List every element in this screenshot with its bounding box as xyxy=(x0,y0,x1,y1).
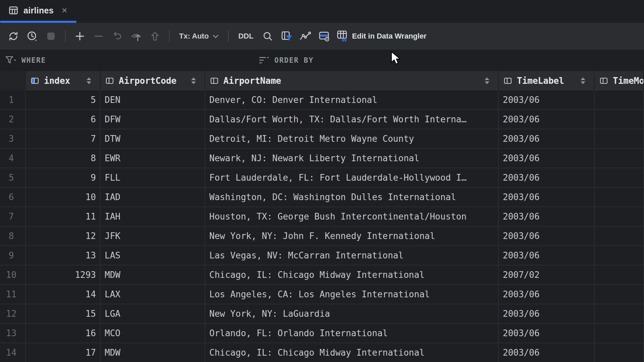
data-views-button[interactable] xyxy=(315,27,333,46)
chart-button[interactable] xyxy=(296,27,315,46)
cell-index[interactable]: 11 xyxy=(26,207,101,227)
cell-timelabel[interactable]: 2003/06 xyxy=(499,304,595,324)
cell-index[interactable]: 7 xyxy=(26,129,101,149)
row-number[interactable]: 1 xyxy=(0,90,26,110)
column-header-index[interactable]: index xyxy=(26,71,101,90)
delete-row-button[interactable] xyxy=(89,27,108,46)
cell-timemonth[interactable] xyxy=(595,343,644,362)
cell-timemonth[interactable] xyxy=(595,168,644,188)
cell-airportcode[interactable]: FLL xyxy=(101,168,205,188)
cell-timelabel[interactable]: 2003/06 xyxy=(499,246,595,265)
row-number[interactable]: 11 xyxy=(0,285,26,304)
row-number[interactable]: 14 xyxy=(0,343,26,362)
cell-airportcode[interactable]: MDW xyxy=(101,343,205,362)
cell-airportname[interactable]: Newark, NJ: Newark Liberty International xyxy=(205,149,499,168)
cell-airportcode[interactable]: DEN xyxy=(101,90,205,110)
cell-timemonth[interactable] xyxy=(595,304,644,324)
data-wrangler-button[interactable]: W Edit in Data Wrangler xyxy=(333,29,429,43)
cell-timelabel[interactable]: 2003/06 xyxy=(499,149,595,168)
cell-timelabel[interactable]: 2007/02 xyxy=(499,265,595,285)
row-number[interactable]: 3 xyxy=(0,129,26,149)
stop-button[interactable] xyxy=(42,27,60,46)
column-header-airportname[interactable]: AirportName xyxy=(205,71,499,90)
cell-timemonth[interactable] xyxy=(595,188,644,207)
cell-timemonth[interactable] xyxy=(595,246,644,265)
cell-airportname[interactable]: Los Angeles, CA: Los Angeles Internation… xyxy=(205,285,499,304)
ddl-button[interactable]: DDL xyxy=(233,32,258,41)
preview-changes-button[interactable] xyxy=(127,27,146,46)
cell-airportname[interactable]: Las Vegas, NV: McCarran International xyxy=(205,246,499,265)
order-by-field[interactable]: ORDER BY xyxy=(259,50,314,71)
cell-index[interactable]: 6 xyxy=(26,110,101,129)
cell-airportname[interactable]: Dallas/Fort Worth, TX: Dallas/Fort Worth… xyxy=(205,110,499,129)
cell-timemonth[interactable] xyxy=(595,265,644,285)
cell-timemonth[interactable] xyxy=(595,110,644,129)
submit-button[interactable] xyxy=(146,27,164,46)
cell-timemonth[interactable] xyxy=(595,227,644,246)
cell-airportcode[interactable]: IAH xyxy=(101,207,205,227)
cell-airportcode[interactable]: IAD xyxy=(101,188,205,207)
undo-button[interactable] xyxy=(108,27,127,46)
cell-timelabel[interactable]: 2003/06 xyxy=(499,188,595,207)
column-header-timelabel[interactable]: TimeLabel xyxy=(499,71,595,90)
cell-airportname[interactable]: Denver, CO: Denver International xyxy=(205,90,499,110)
cell-index[interactable]: 13 xyxy=(26,246,101,265)
cell-timelabel[interactable]: 2003/06 xyxy=(499,343,595,362)
cell-airportcode[interactable]: JFK xyxy=(101,227,205,246)
cell-timelabel[interactable]: 2003/06 xyxy=(499,90,595,110)
cell-timelabel[interactable]: 2003/06 xyxy=(499,285,595,304)
column-header-airportcode[interactable]: AirportCode xyxy=(101,71,205,90)
cell-index[interactable]: 10 xyxy=(26,188,101,207)
row-number[interactable]: 5 xyxy=(0,168,26,188)
reload-button[interactable] xyxy=(4,27,23,46)
tab-airlines[interactable]: airlines × xyxy=(0,0,75,21)
add-row-button[interactable] xyxy=(70,27,89,46)
row-number[interactable]: 2 xyxy=(0,110,26,129)
cell-index[interactable]: 16 xyxy=(26,324,101,343)
cell-index[interactable]: 1293 xyxy=(26,265,101,285)
cell-timelabel[interactable]: 2003/06 xyxy=(499,110,595,129)
column-header-timemo[interactable]: TimeMo xyxy=(595,71,644,90)
where-clause-field[interactable]: WHERE xyxy=(0,56,46,65)
cell-timelabel[interactable]: 2003/06 xyxy=(499,324,595,343)
cell-index[interactable]: 15 xyxy=(26,304,101,324)
history-button[interactable] xyxy=(23,27,42,46)
row-number[interactable]: 10 xyxy=(0,265,26,285)
cell-timemonth[interactable] xyxy=(595,129,644,149)
row-number[interactable]: 9 xyxy=(0,246,26,265)
row-number[interactable]: 12 xyxy=(0,304,26,324)
cell-index[interactable]: 8 xyxy=(26,149,101,168)
row-number[interactable]: 6 xyxy=(0,188,26,207)
cell-airportname[interactable]: New York, NY: John F. Kennedy Internatio… xyxy=(205,227,499,246)
cell-timemonth[interactable] xyxy=(595,285,644,304)
cell-index[interactable]: 14 xyxy=(26,285,101,304)
row-number[interactable]: 13 xyxy=(0,324,26,343)
cell-airportcode[interactable]: DTW xyxy=(101,129,205,149)
cell-airportname[interactable]: Orlando, FL: Orlando International xyxy=(205,324,499,343)
search-button[interactable] xyxy=(258,27,277,46)
cell-airportcode[interactable]: EWR xyxy=(101,149,205,168)
cell-timelabel[interactable]: 2003/06 xyxy=(499,129,595,149)
row-number[interactable]: 4 xyxy=(0,149,26,168)
cell-timelabel[interactable]: 2003/06 xyxy=(499,227,595,246)
filter-rows-button[interactable] xyxy=(277,27,296,46)
cell-index[interactable]: 5 xyxy=(26,90,101,110)
cell-timemonth[interactable] xyxy=(595,324,644,343)
cell-airportname[interactable]: Detroit, MI: Detroit Metro Wayne County xyxy=(205,129,499,149)
cell-timelabel[interactable]: 2003/06 xyxy=(499,207,595,227)
cell-airportcode[interactable]: DFW xyxy=(101,110,205,129)
cell-airportcode[interactable]: LAX xyxy=(101,285,205,304)
cell-index[interactable]: 9 xyxy=(26,168,101,188)
cell-airportname[interactable]: Chicago, IL: Chicago Midway Internationa… xyxy=(205,265,499,285)
tx-mode-dropdown[interactable]: Tx: Auto xyxy=(174,32,223,41)
cell-timemonth[interactable] xyxy=(595,207,644,227)
cell-airportname[interactable]: Fort Lauderdale, FL: Fort Lauderdale-Hol… xyxy=(205,168,499,188)
cell-airportcode[interactable]: MCO xyxy=(101,324,205,343)
cell-index[interactable]: 17 xyxy=(26,343,101,362)
cell-airportcode[interactable]: MDW xyxy=(101,265,205,285)
cell-airportname[interactable]: Washington, DC: Washington Dulles Intern… xyxy=(205,188,499,207)
sort-toggle-icon[interactable] xyxy=(485,77,489,84)
close-tab-icon[interactable]: × xyxy=(62,6,67,15)
sort-toggle-icon[interactable] xyxy=(191,77,196,84)
cell-airportname[interactable]: New York, NY: LaGuardia xyxy=(205,304,499,324)
